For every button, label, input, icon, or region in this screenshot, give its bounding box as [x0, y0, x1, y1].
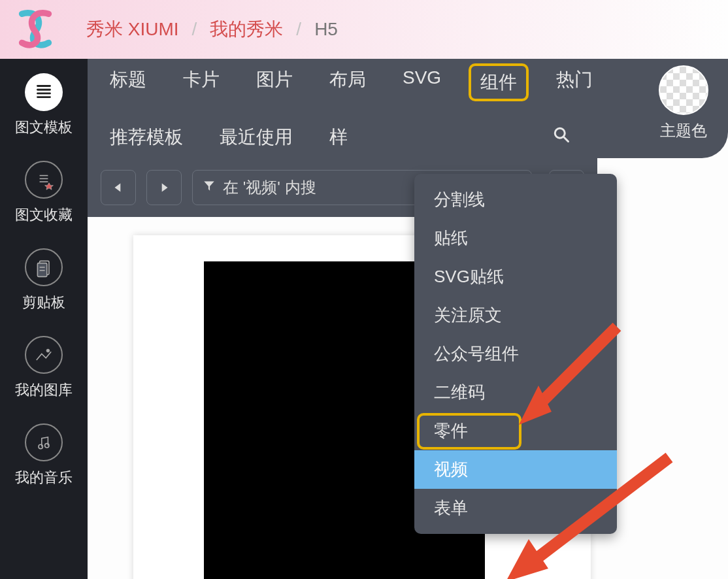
- breadcrumb-leaf: H5: [308, 19, 344, 40]
- music-icon: [25, 423, 63, 461]
- svg-line-16: [564, 137, 569, 142]
- clipboard-icon: [25, 248, 63, 286]
- tab-hot[interactable]: 热门: [547, 63, 602, 101]
- breadcrumb-brand[interactable]: 秀米 XIUMI: [80, 17, 186, 42]
- svg-point-13: [39, 444, 42, 448]
- svg-marker-7: [45, 183, 54, 190]
- theme-color-block[interactable]: 主题色: [659, 65, 708, 141]
- component-dropdown: 分割线 贴纸 SVG贴纸 关注原文 公众号组件 二维码 零件 视频 表单: [414, 174, 617, 534]
- tab-layout[interactable]: 布局: [320, 63, 375, 101]
- tab-recommend[interactable]: 推荐模板: [101, 121, 192, 154]
- svg-marker-17: [115, 183, 121, 191]
- tab-row: 标题 卡片 图片 布局 SVG 组件 热门 推荐模板 最近使用 样: [88, 59, 728, 158]
- dd-item-divider[interactable]: 分割线: [414, 180, 617, 219]
- dd-item-video[interactable]: 视频: [414, 450, 617, 489]
- sidebar-item-label: 我的音乐: [15, 468, 73, 488]
- filter-icon: [202, 178, 216, 197]
- tab-title[interactable]: 标题: [101, 63, 156, 101]
- breadcrumb-sep: /: [290, 19, 308, 40]
- app-logo[interactable]: [13, 7, 65, 52]
- svg-marker-18: [162, 183, 168, 191]
- svg-point-12: [46, 349, 50, 352]
- dd-item-gongzhonghao[interactable]: 公众号组件: [414, 335, 617, 373]
- tab-recent[interactable]: 最近使用: [210, 121, 302, 154]
- dd-item-form[interactable]: 表单: [414, 489, 617, 527]
- sidebar-item-clipboard[interactable]: 剪贴板: [0, 237, 88, 324]
- dd-item-parts[interactable]: 零件: [414, 412, 617, 450]
- svg-marker-19: [204, 181, 214, 190]
- breadcrumb-mine[interactable]: 我的秀米: [203, 17, 290, 42]
- breadcrumb-bar: 秀米 XIUMI / 我的秀米 / H5: [0, 0, 728, 59]
- dd-item-sticker[interactable]: 贴纸: [414, 219, 617, 257]
- tab-card[interactable]: 卡片: [174, 63, 229, 101]
- search-icon[interactable]: [545, 121, 578, 154]
- tab-image[interactable]: 图片: [247, 63, 302, 101]
- main-panel: 标题 卡片 图片 布局 SVG 组件 热门 推荐模板 最近使用 样 主题色: [88, 59, 728, 579]
- tab-component[interactable]: 组件: [469, 63, 529, 101]
- template-icon: [25, 73, 63, 111]
- tab-svg[interactable]: SVG: [393, 63, 450, 101]
- nav-forward-button[interactable]: [146, 170, 182, 205]
- sidebar-item-favorites[interactable]: 图文收藏: [0, 149, 88, 237]
- sidebar-item-label: 我的图库: [15, 380, 73, 400]
- sidebar-item-templates[interactable]: 图文模板: [0, 68, 88, 149]
- sidebar: 图文模板 图文收藏 剪贴板 我的图库 我的音乐: [0, 59, 88, 579]
- dd-item-follow[interactable]: 关注原文: [414, 296, 617, 335]
- tab-sample[interactable]: 样: [320, 121, 357, 154]
- sidebar-item-label: 剪贴板: [22, 293, 65, 312]
- sidebar-item-label: 图文收藏: [15, 205, 73, 225]
- sidebar-item-music[interactable]: 我的音乐: [0, 412, 88, 499]
- theme-swatch[interactable]: [659, 65, 708, 115]
- dd-item-qrcode[interactable]: 二维码: [414, 373, 617, 412]
- sidebar-item-label: 图文模板: [15, 118, 73, 137]
- favorite-icon: [25, 161, 63, 199]
- breadcrumb-sep: /: [186, 19, 204, 40]
- theme-label: 主题色: [660, 120, 707, 141]
- nav-back-button[interactable]: [101, 170, 136, 205]
- sidebar-item-images[interactable]: 我的图库: [0, 324, 88, 412]
- image-library-icon: [25, 336, 63, 374]
- search-placeholder: 在 '视频' 内搜: [223, 177, 316, 198]
- dd-item-svgsticker[interactable]: SVG贴纸: [414, 257, 617, 296]
